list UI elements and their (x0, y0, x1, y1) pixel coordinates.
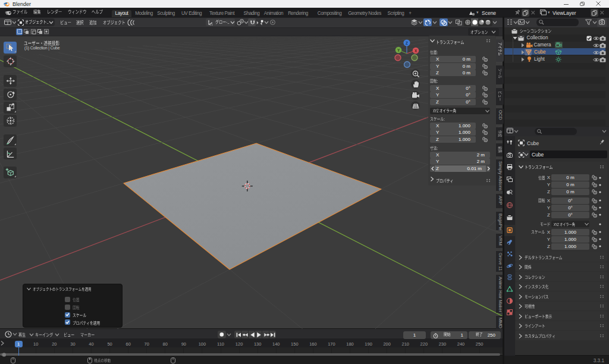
svg-text:Z: Z (406, 41, 408, 45)
